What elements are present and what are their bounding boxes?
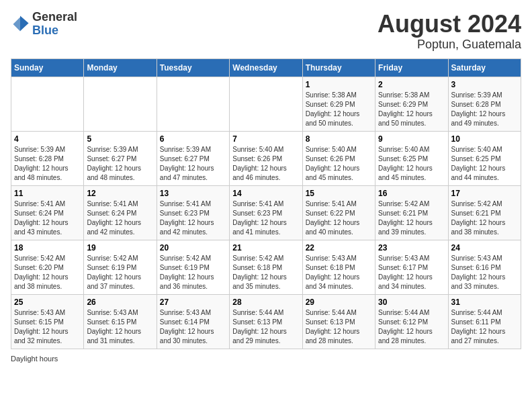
day-info: Sunrise: 5:43 AM Sunset: 6:15 PM Dayligh…: [87, 308, 153, 346]
day-number: 11: [14, 189, 81, 198]
calendar-cell: 30Sunrise: 5:44 AM Sunset: 6:12 PM Dayli…: [375, 294, 448, 349]
day-info: Sunrise: 5:42 AM Sunset: 6:21 PM Dayligh…: [378, 199, 445, 237]
calendar-cell: [157, 77, 229, 131]
calendar-cell: 23Sunrise: 5:43 AM Sunset: 6:17 PM Dayli…: [375, 240, 448, 294]
day-info: Sunrise: 5:44 AM Sunset: 6:11 PM Dayligh…: [451, 308, 518, 346]
day-number: 12: [87, 189, 153, 198]
svg-marker-2: [20, 15, 29, 30]
day-info: Sunrise: 5:39 AM Sunset: 6:28 PM Dayligh…: [14, 145, 81, 183]
day-info: Sunrise: 5:43 AM Sunset: 6:18 PM Dayligh…: [306, 254, 372, 291]
calendar-cell: 18Sunrise: 5:42 AM Sunset: 6:20 PM Dayli…: [11, 240, 84, 294]
day-info: Sunrise: 5:39 AM Sunset: 6:28 PM Dayligh…: [451, 91, 518, 128]
day-number: 19: [87, 243, 153, 253]
calendar-cell: 20Sunrise: 5:42 AM Sunset: 6:19 PM Dayli…: [157, 240, 229, 294]
title-block: August 2024 Poptun, Guatemala: [378, 11, 521, 52]
day-info: Sunrise: 5:41 AM Sunset: 6:23 PM Dayligh…: [160, 199, 226, 237]
page-header: General Blue August 2024 Poptun, Guatema…: [11, 11, 521, 52]
calendar-cell: 6Sunrise: 5:39 AM Sunset: 6:27 PM Daylig…: [157, 131, 229, 185]
calendar-cell: 16Sunrise: 5:42 AM Sunset: 6:21 PM Dayli…: [375, 185, 448, 240]
logo-text: General Blue: [32, 11, 77, 38]
calendar-cell: 14Sunrise: 5:41 AM Sunset: 6:23 PM Dayli…: [230, 185, 302, 240]
day-number: 24: [451, 243, 518, 253]
day-info: Sunrise: 5:41 AM Sunset: 6:23 PM Dayligh…: [232, 199, 299, 237]
calendar-week-2: 4Sunrise: 5:39 AM Sunset: 6:28 PM Daylig…: [11, 131, 521, 185]
calendar-cell: 26Sunrise: 5:43 AM Sunset: 6:15 PM Dayli…: [84, 294, 157, 349]
calendar-week-1: 1Sunrise: 5:38 AM Sunset: 6:29 PM Daylig…: [11, 77, 521, 131]
day-number: 28: [232, 298, 299, 307]
logo: General Blue: [11, 11, 77, 38]
logo-blue: Blue: [32, 24, 77, 38]
day-info: Sunrise: 5:43 AM Sunset: 6:16 PM Dayligh…: [451, 254, 518, 291]
day-info: Sunrise: 5:44 AM Sunset: 6:13 PM Dayligh…: [306, 308, 372, 346]
calendar-cell: 4Sunrise: 5:39 AM Sunset: 6:28 PM Daylig…: [11, 131, 84, 185]
day-header-thursday: Thursday: [302, 58, 375, 77]
calendar-cell: 10Sunrise: 5:40 AM Sunset: 6:25 PM Dayli…: [448, 131, 521, 185]
calendar-cell: 2Sunrise: 5:38 AM Sunset: 6:29 PM Daylig…: [375, 77, 448, 131]
day-info: Sunrise: 5:41 AM Sunset: 6:24 PM Dayligh…: [87, 199, 153, 237]
calendar-cell: 27Sunrise: 5:43 AM Sunset: 6:14 PM Dayli…: [157, 294, 229, 349]
day-number: 23: [378, 243, 445, 253]
day-info: Sunrise: 5:44 AM Sunset: 6:13 PM Dayligh…: [232, 308, 299, 346]
day-info: Sunrise: 5:38 AM Sunset: 6:29 PM Dayligh…: [306, 91, 372, 128]
day-info: Sunrise: 5:38 AM Sunset: 6:29 PM Dayligh…: [378, 91, 445, 128]
calendar-cell: 31Sunrise: 5:44 AM Sunset: 6:11 PM Dayli…: [448, 294, 521, 349]
day-number: 10: [451, 134, 518, 144]
day-number: 25: [14, 298, 81, 307]
day-info: Sunrise: 5:41 AM Sunset: 6:22 PM Dayligh…: [306, 199, 372, 237]
day-number: 1: [306, 80, 372, 89]
calendar-cell: 15Sunrise: 5:41 AM Sunset: 6:22 PM Dayli…: [302, 185, 375, 240]
calendar-cell: 28Sunrise: 5:44 AM Sunset: 6:13 PM Dayli…: [230, 294, 302, 349]
calendar-cell: 1Sunrise: 5:38 AM Sunset: 6:29 PM Daylig…: [302, 77, 375, 131]
calendar-week-4: 18Sunrise: 5:42 AM Sunset: 6:20 PM Dayli…: [11, 240, 521, 294]
day-header-saturday: Saturday: [448, 58, 521, 77]
footer-note: Daylight hours: [11, 355, 521, 363]
day-number: 4: [14, 134, 81, 144]
day-info: Sunrise: 5:39 AM Sunset: 6:27 PM Dayligh…: [87, 145, 153, 183]
calendar-cell: 9Sunrise: 5:40 AM Sunset: 6:25 PM Daylig…: [375, 131, 448, 185]
page-title: August 2024: [378, 11, 521, 38]
calendar-cell: [84, 77, 157, 131]
calendar-cell: 5Sunrise: 5:39 AM Sunset: 6:27 PM Daylig…: [84, 131, 157, 185]
day-info: Sunrise: 5:42 AM Sunset: 6:21 PM Dayligh…: [451, 199, 518, 237]
calendar-cell: 13Sunrise: 5:41 AM Sunset: 6:23 PM Dayli…: [157, 185, 229, 240]
day-number: 16: [378, 189, 445, 198]
calendar-week-5: 25Sunrise: 5:43 AM Sunset: 6:15 PM Dayli…: [11, 294, 521, 349]
day-header-wednesday: Wednesday: [230, 58, 302, 77]
day-info: Sunrise: 5:42 AM Sunset: 6:19 PM Dayligh…: [87, 254, 153, 291]
day-number: 13: [160, 189, 226, 198]
day-number: 5: [87, 134, 153, 144]
day-number: 26: [87, 298, 153, 307]
day-info: Sunrise: 5:44 AM Sunset: 6:12 PM Dayligh…: [378, 308, 445, 346]
page-subtitle: Poptun, Guatemala: [378, 38, 521, 52]
day-info: Sunrise: 5:40 AM Sunset: 6:25 PM Dayligh…: [378, 145, 445, 183]
calendar-cell: 21Sunrise: 5:42 AM Sunset: 6:18 PM Dayli…: [230, 240, 302, 294]
day-header-tuesday: Tuesday: [157, 58, 229, 77]
day-info: Sunrise: 5:40 AM Sunset: 6:26 PM Dayligh…: [232, 145, 299, 183]
day-headers-row: SundayMondayTuesdayWednesdayThursdayFrid…: [11, 58, 521, 77]
calendar-week-3: 11Sunrise: 5:41 AM Sunset: 6:24 PM Dayli…: [11, 185, 521, 240]
day-info: Sunrise: 5:42 AM Sunset: 6:18 PM Dayligh…: [232, 254, 299, 291]
logo-general: General: [32, 11, 77, 24]
logo-icon: [11, 15, 30, 34]
day-number: 8: [306, 134, 372, 144]
day-number: 29: [306, 298, 372, 307]
day-number: 20: [160, 243, 226, 253]
calendar-cell: 7Sunrise: 5:40 AM Sunset: 6:26 PM Daylig…: [230, 131, 302, 185]
calendar-cell: 11Sunrise: 5:41 AM Sunset: 6:24 PM Dayli…: [11, 185, 84, 240]
day-header-friday: Friday: [375, 58, 448, 77]
day-number: 21: [232, 243, 299, 253]
day-number: 2: [378, 80, 445, 89]
day-info: Sunrise: 5:42 AM Sunset: 6:19 PM Dayligh…: [160, 254, 226, 291]
calendar-body: 1Sunrise: 5:38 AM Sunset: 6:29 PM Daylig…: [11, 77, 521, 349]
day-info: Sunrise: 5:43 AM Sunset: 6:17 PM Dayligh…: [378, 254, 445, 291]
day-number: 14: [232, 189, 299, 198]
calendar-cell: 8Sunrise: 5:40 AM Sunset: 6:26 PM Daylig…: [302, 131, 375, 185]
day-number: 18: [14, 243, 81, 253]
day-number: 22: [306, 243, 372, 253]
calendar-cell: [230, 77, 302, 131]
calendar-cell: 3Sunrise: 5:39 AM Sunset: 6:28 PM Daylig…: [448, 77, 521, 131]
day-number: 3: [451, 80, 518, 89]
calendar-cell: [11, 77, 84, 131]
day-info: Sunrise: 5:43 AM Sunset: 6:15 PM Dayligh…: [14, 308, 81, 346]
day-info: Sunrise: 5:41 AM Sunset: 6:24 PM Dayligh…: [14, 199, 81, 237]
